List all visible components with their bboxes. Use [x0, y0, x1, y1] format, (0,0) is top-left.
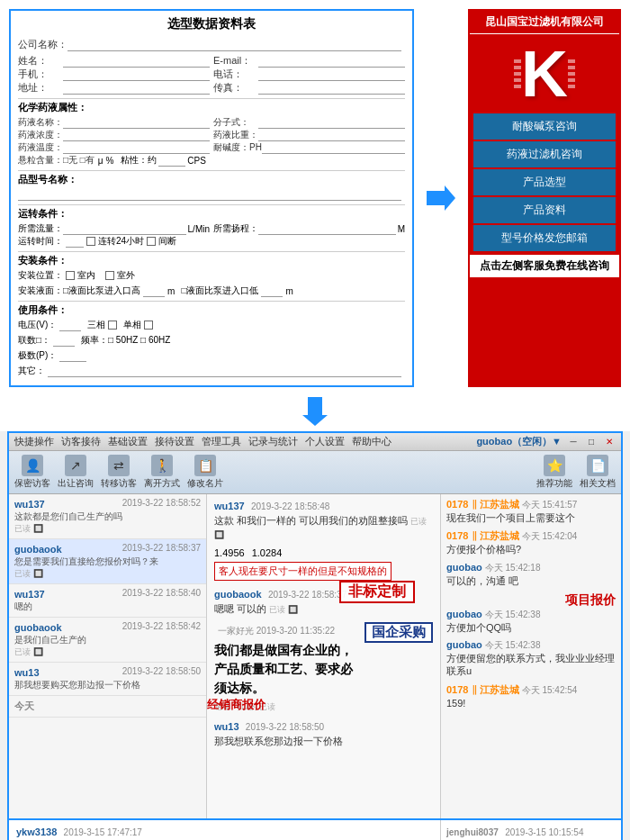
viscosity-field[interactable] [158, 154, 185, 167]
menu-visitor[interactable]: 访客接待 [61, 435, 101, 448]
tel-field[interactable] [258, 68, 405, 81]
toolbar-item-4[interactable]: 📋 修改名片 [187, 455, 223, 490]
menu-basic[interactable]: 基础设置 [108, 435, 148, 448]
menu-quick[interactable]: 快捷操作 [14, 435, 54, 448]
flow-field[interactable] [63, 222, 186, 235]
particle-unit: μ % [98, 156, 113, 166]
continuous-checkbox[interactable] [86, 237, 95, 246]
concentration-label: 药液浓度： [18, 129, 63, 141]
chat-bottom-right: jenghui8037 2019-3-15 10:15:54 EXC 水泵清单.… [441, 820, 621, 840]
flow-unit: L/Min [188, 224, 210, 234]
height-row: 安装液面：□液面比泵进入口高 m □液面比泵进入口低 m [18, 285, 405, 297]
maximize-btn[interactable]: □ [585, 436, 598, 448]
minimize-btn[interactable]: ─ [567, 436, 580, 448]
phone-tel-row: 手机： 电话： [18, 68, 405, 81]
toolbar-docs[interactable]: 📄 相关文档 [580, 455, 616, 490]
product-model-field[interactable] [18, 188, 401, 201]
msg-user: guobaook [14, 622, 62, 633]
toolbar-item-0[interactable]: 👤 保密访客 [14, 455, 50, 490]
right-text: 方便便留您的联系方式，我业业业经理联系u [446, 652, 616, 678]
tel-label: 电话： [213, 68, 258, 81]
name-field[interactable] [63, 55, 210, 68]
height2-field[interactable] [261, 285, 283, 297]
concentration-field[interactable] [63, 129, 210, 141]
right-time: 今天 15:42:38 [485, 610, 541, 619]
company-field[interactable] [68, 39, 401, 51]
email-field[interactable] [258, 55, 405, 68]
btn-filter[interactable]: 药液过滤机咨询 [473, 141, 616, 167]
list-item[interactable]: guobaook 2019-3-22 18:58:37 您是需要我们直接给您报价… [9, 539, 206, 584]
chat-messages[interactable]: wu137 2019-3-22 18:58:48 这款 和我们一样的 可以用我们… [207, 494, 440, 818]
intermittent-checkbox[interactable] [147, 237, 156, 246]
molecular-label: 分子式： [213, 116, 258, 129]
poles-field[interactable] [59, 349, 86, 362]
toolbar-label-0: 保密访客 [14, 477, 50, 490]
head-field[interactable] [258, 222, 396, 235]
non-custom-annotation-block: guobaook 2019-3-22 18:58:37 嗯嗯 可以的 已读 🔲 … [214, 588, 433, 616]
toolbar-item-2[interactable]: ⇄ 转移访客 [101, 455, 137, 490]
gravity-field[interactable] [258, 129, 405, 141]
phase3-checkbox[interactable] [108, 321, 117, 330]
menu-records[interactable]: 记录与统计 [248, 435, 298, 448]
address-field[interactable] [63, 82, 210, 95]
indoor-checkbox[interactable] [66, 271, 75, 280]
bubble-time: 2019-3-22 18:58:50 [246, 722, 324, 732]
company-buttons: 耐酸碱泵咨询 药液过滤机咨询 产品选型 产品资料 型号价格发您邮箱 [470, 110, 619, 255]
btn-product-selection[interactable]: 产品选型 [473, 169, 616, 195]
voltage-field[interactable] [59, 319, 81, 331]
name-col: 姓名： [18, 54, 210, 68]
list-item[interactable]: 今天 [9, 696, 206, 718]
right-msg-item: 0178 ‖ 江苏盐城 今天 15:41:57 现在我们一个项目上需要这个 [446, 498, 616, 524]
bubble-user: wu13 [214, 721, 239, 732]
card-icon: 📋 [194, 455, 216, 476]
chat-user-status: guobao（空闲）▼ ─ □ ✕ [476, 435, 616, 448]
email-col: E-mail： [213, 54, 405, 68]
outdoor-checkbox[interactable] [105, 271, 114, 280]
conc-gravity-row: 药液浓度： 药液比重： [18, 129, 405, 141]
toolbar-recommend[interactable]: ⭐ 推荐功能 [536, 455, 572, 490]
bubble-user: jenghui8037 [446, 827, 499, 837]
temp-field[interactable] [63, 141, 210, 154]
menu-personal[interactable]: 个人设置 [305, 435, 345, 448]
right-user: 0178 ‖ 江苏盐城 [446, 530, 519, 541]
fax-field[interactable] [258, 82, 405, 95]
list-item[interactable]: wu13 2019-3-22 18:58:50 那我想要购买您那边报一下价格 [9, 663, 206, 696]
time-row: 运转时间： 连转24小时 间断 [18, 235, 405, 248]
power-row: 联数□： 频率：□ 50HZ □ 60HZ [18, 334, 405, 347]
menu-reception[interactable]: 接待设置 [155, 435, 194, 448]
ph-field[interactable] [262, 141, 405, 154]
phone-label: 手机： [18, 68, 63, 81]
toolbar-item-1[interactable]: ↗ 出让咨询 [58, 455, 94, 490]
fax-label: 传真： [213, 81, 258, 95]
btn-acid-alkali[interactable]: 耐酸碱泵咨询 [473, 113, 616, 140]
close-btn[interactable]: ✕ [603, 436, 616, 448]
power-field[interactable] [53, 334, 75, 347]
read-status: 已读 🔲 [14, 646, 201, 658]
menu-management[interactable]: 管理工具 [202, 435, 241, 448]
time-label: 运转时间： [18, 235, 63, 248]
msg-preview: 嗯的 [14, 601, 176, 613]
molecular-field[interactable] [258, 116, 405, 129]
drug-name-label: 药液名称： [18, 116, 63, 129]
msg-time: 2019-3-22 18:58:42 [122, 621, 201, 631]
list-item[interactable]: wu137 2019-3-22 18:58:40 嗯的 [9, 584, 206, 618]
time-field[interactable] [66, 235, 84, 248]
toolbar-item-3[interactable]: 🚶 离开方式 [144, 455, 180, 490]
right-time: 今天 15:41:57 [522, 500, 578, 510]
chat-bubble: 1.4956 1.0284 客人现在要尺寸一样的但是不知规格的 [214, 547, 433, 581]
email-label: E-mail： [213, 54, 258, 68]
msg-preview: 这款都是您们自己生产的吗 [14, 510, 176, 523]
state-purchase-label: 国企采购 [364, 622, 433, 643]
phase1-checkbox[interactable] [144, 321, 153, 330]
btn-product-info[interactable]: 产品资料 [473, 197, 616, 223]
list-item[interactable]: wu137 2019-3-22 18:58:52 这款都是您们自己生产的吗 已读… [9, 494, 206, 539]
indoor-label: 室内 [77, 269, 95, 282]
chat-right-panel: 0178 ‖ 江苏盐城 今天 15:41:57 现在我们一个项目上需要这个 01… [441, 494, 621, 818]
menu-help[interactable]: 帮助中心 [352, 435, 392, 448]
other-field[interactable] [48, 365, 401, 377]
drug-name-field[interactable] [63, 116, 210, 129]
phone-field[interactable] [63, 68, 210, 81]
height-field[interactable] [143, 285, 165, 297]
list-item[interactable]: guobaook 2019-3-22 18:58:42 是我们自己生产的 已读 … [9, 618, 206, 663]
btn-model-price[interactable]: 型号价格发您邮箱 [473, 225, 616, 251]
